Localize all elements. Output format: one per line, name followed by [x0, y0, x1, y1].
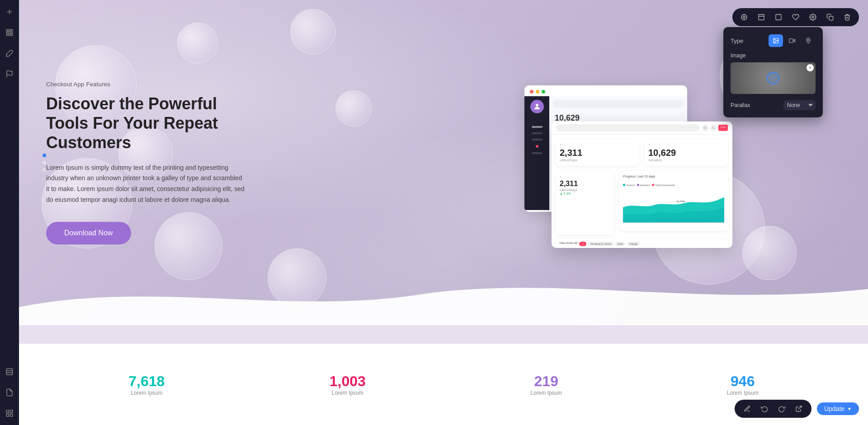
legend-label: Visitors [626, 184, 635, 187]
copy-button[interactable] [824, 11, 836, 23]
icon-btn: ↺ [702, 125, 708, 131]
stats-row: ↑ 2,311 Likes/Days ↑ 10,629 Senders [556, 139, 728, 166]
stat-value-3: 2,311 [560, 180, 610, 188]
top-toolbar [732, 8, 859, 26]
svg-rect-4 [6, 34, 13, 36]
svg-text:+6.74%: +6.74% [676, 200, 685, 203]
wave-chart-svg: +6.74% [623, 189, 724, 225]
svg-point-16 [743, 16, 745, 18]
pencil-tool-button[interactable] [741, 402, 754, 415]
water-drop [335, 90, 372, 126]
sidebar-item [532, 152, 542, 154]
bottom-stat-value-4: 946 [727, 373, 759, 390]
filter-tag[interactable]: Start [615, 242, 626, 246]
status-badge: Live [718, 125, 728, 131]
redo-button[interactable] [775, 402, 788, 415]
bottom-stat-label-1: Lorem Ipsum [128, 390, 165, 396]
legend-dot-pink [652, 184, 654, 186]
square-button[interactable] [772, 11, 785, 23]
water-drop [290, 9, 335, 54]
image-close-button[interactable]: × [807, 64, 814, 71]
chart-title: Progress: Last 15 days [623, 175, 656, 178]
svg-rect-3 [6, 32, 13, 33]
svg-line-31 [798, 406, 802, 409]
file-icon[interactable] [3, 386, 16, 399]
bottom-stat-value-1: 7,618 [128, 373, 165, 390]
sidebar-item [532, 139, 542, 140]
stat-arrow: ↑ [560, 143, 636, 147]
bottom-stat-value-2: 1,003 [330, 373, 366, 390]
indicator-2[interactable] [42, 161, 46, 164]
layers-icon[interactable] [3, 26, 16, 39]
svg-rect-2 [6, 29, 13, 31]
water-drop [177, 23, 218, 63]
svg-rect-21 [759, 14, 764, 20]
minimize-dot [536, 90, 539, 93]
type-video-button[interactable] [785, 34, 799, 47]
close-dot [530, 90, 533, 93]
type-panel-label: Type [731, 37, 743, 44]
app-sidebar [524, 96, 549, 210]
svg-point-30 [807, 39, 809, 41]
target-button[interactable] [738, 11, 750, 23]
parallax-label: Parallax [731, 102, 750, 108]
stat-value-1: 2,311 [560, 148, 636, 158]
image-preview: × [731, 62, 816, 94]
table-filters: Files Active (8) ● Pending to Show Start… [560, 242, 724, 246]
bottom-left-tools [735, 400, 811, 418]
sidebar-item [532, 132, 542, 134]
settings-button[interactable] [807, 11, 819, 23]
download-now-button[interactable]: Download Now [46, 222, 131, 244]
flag-icon[interactable] [3, 68, 16, 80]
indicator-1[interactable] [42, 154, 46, 157]
type-map-button[interactable] [801, 34, 816, 47]
hero-text-block: Checkout App Features Discover the Power… [46, 81, 245, 244]
hero-wave-svg [19, 271, 868, 325]
svg-rect-29 [789, 39, 793, 42]
files-label: Files Active (8) [560, 242, 577, 246]
bottom-stat-label-4: Lorem Ipsum [727, 390, 759, 396]
delete-button[interactable] [841, 11, 854, 23]
main-content: Checkout App Features Discover the Power… [19, 0, 868, 425]
filter-tag[interactable]: Pending to Show [588, 242, 613, 246]
icon-btn: ⤡ [710, 125, 717, 131]
screenshot-front-body: ↑ 2,311 Likes/Days ↑ 10,629 Senders [552, 135, 732, 245]
heart-button[interactable] [789, 11, 802, 23]
left-sidebar [0, 0, 19, 425]
screenshot-front-header: ↺ ⤡ Live [552, 121, 732, 135]
stat-box-2: ↑ 10,629 Senders [645, 139, 728, 166]
legend-label: Senders [640, 184, 650, 187]
undo-button[interactable] [758, 402, 771, 415]
svg-rect-11 [6, 414, 9, 416]
sidebar-item [532, 126, 542, 128]
layout-icon[interactable] [3, 365, 16, 378]
update-button[interactable]: Update ▼ [817, 402, 859, 415]
chart-legend: Visitors Senders Total Downloads [623, 180, 724, 188]
grid-icon[interactable] [3, 407, 16, 420]
front-search-bar [556, 124, 699, 131]
screenshot-front: ↺ ⤡ Live ↑ 2,311 Likes/Days [552, 121, 732, 248]
svg-rect-25 [829, 16, 833, 20]
svg-rect-6 [6, 369, 13, 375]
crop-button[interactable] [755, 11, 768, 23]
slide-indicators [42, 154, 46, 172]
svg-rect-9 [6, 410, 9, 412]
plus-icon[interactable] [3, 5, 16, 18]
brush-icon[interactable] [3, 47, 16, 60]
bottom-stat-1: 7,618 Lorem Ipsum [128, 373, 165, 396]
table-section: Files Active (8) ● Pending to Show Start… [556, 239, 728, 248]
filter-tag[interactable]: Range [627, 242, 640, 246]
image-select-circle [767, 72, 779, 84]
svg-rect-23 [776, 14, 781, 20]
app-screenshots: 10,629 Visitors ↺ [515, 85, 741, 257]
bottom-stat-3: 219 Lorem Ipsum [530, 373, 562, 396]
svg-marker-28 [793, 39, 795, 42]
indicator-3[interactable] [42, 168, 46, 172]
stat-box-1: ↑ 2,311 Likes/Days [556, 139, 639, 166]
bottom-stat-label-3: Lorem Ipsum [530, 390, 562, 396]
legend-label: Total Downloads [655, 184, 675, 187]
parallax-row: Parallax None Slow Medium Fast [731, 100, 816, 110]
external-link-button[interactable] [793, 402, 805, 415]
type-image-button[interactable] [769, 34, 783, 47]
parallax-select[interactable]: None Slow Medium Fast [783, 100, 816, 110]
